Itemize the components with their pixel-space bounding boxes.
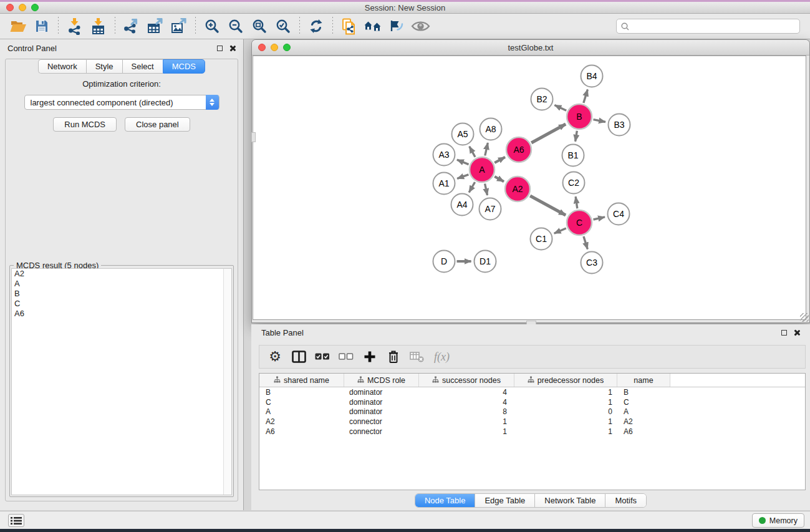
graph-node-A7[interactable]: A7	[480, 198, 501, 220]
open-session-button[interactable]	[6, 15, 30, 37]
table-cell[interactable]: A2	[617, 417, 670, 427]
mcds-result-item[interactable]: A6	[12, 309, 231, 319]
graph-node-C3[interactable]: C3	[581, 252, 603, 274]
delete-columns-button[interactable]	[383, 347, 404, 367]
graph-edge-B-B1[interactable]	[576, 131, 577, 142]
select-all-button[interactable]	[312, 347, 333, 367]
graph-edge-A-A1[interactable]	[457, 175, 468, 179]
table-cell[interactable]: 1	[419, 417, 514, 427]
table-cell[interactable]: B	[617, 387, 670, 397]
table-cell[interactable]: A6	[617, 427, 670, 437]
tab-style[interactable]: Style	[86, 59, 122, 74]
table-row[interactable]: A2connector11A2	[259, 417, 805, 427]
deselect-all-button[interactable]	[335, 347, 357, 367]
table-cell[interactable]: 8	[419, 407, 514, 417]
table-cell[interactable]: 1	[514, 417, 617, 427]
zoom-selected-button[interactable]	[271, 15, 295, 37]
graph-edge-A-A6[interactable]	[494, 157, 505, 163]
table-cell[interactable]: C	[617, 397, 670, 407]
graph-node-B3[interactable]: B3	[609, 114, 630, 136]
tab-mcds[interactable]: MCDS	[163, 59, 205, 74]
column-header-shared-name[interactable]: shared name	[259, 374, 344, 387]
export-network-button[interactable]	[120, 15, 143, 37]
graph-edge-A6-B[interactable]	[531, 124, 566, 143]
graph-node-B1[interactable]: B1	[562, 145, 584, 167]
table-cell[interactable]: connector	[344, 427, 419, 437]
graph-node-A6[interactable]: A6	[506, 137, 531, 162]
graph-edge-C-C4[interactable]	[594, 217, 605, 220]
result-scrollbar[interactable]	[223, 269, 231, 495]
table-cell[interactable]: 1	[514, 387, 617, 397]
graph-node-A4[interactable]: A4	[451, 194, 473, 216]
column-header-name[interactable]: name	[617, 374, 670, 387]
graph-edge-B-B4[interactable]	[584, 90, 588, 104]
task-history-button[interactable]	[8, 514, 24, 527]
column-header-predecessor-nodes[interactable]: predecessor nodes	[514, 374, 617, 387]
memory-button[interactable]: Memory	[752, 513, 804, 528]
graph-edge-C-C1[interactable]	[554, 228, 566, 233]
table-cell[interactable]: A6	[259, 427, 344, 437]
graph-node-C4[interactable]: C4	[608, 203, 630, 225]
table-cell[interactable]: dominator	[344, 397, 419, 407]
tab-network-table[interactable]: Network Table	[535, 494, 605, 507]
zoom-fit-button[interactable]	[248, 15, 271, 37]
resize-grip-icon[interactable]	[800, 313, 809, 322]
tab-network[interactable]: Network	[38, 59, 86, 74]
table-row[interactable]: Cdominator41C	[259, 397, 805, 407]
graph-edge-B-B3[interactable]	[594, 120, 606, 122]
table-cell[interactable]: B	[259, 387, 344, 397]
search-box[interactable]	[616, 19, 800, 34]
table-cell[interactable]: connector	[344, 417, 419, 427]
table-settings-button[interactable]: ⚙	[264, 347, 286, 367]
graph-node-A1[interactable]: A1	[433, 173, 455, 195]
table-cell[interactable]: A	[617, 407, 670, 417]
mcds-result-item[interactable]: C	[12, 299, 231, 309]
graph-edge-C-C3[interactable]	[584, 236, 587, 249]
close-panel-icon[interactable]	[229, 45, 236, 52]
table-cell[interactable]: 1	[514, 427, 617, 437]
network-canvas[interactable]: B4B2BB3A8A5A6B1A3AC2A1A2A4A7C4CC1DD1C3	[253, 56, 806, 320]
graph-edge-C-C2[interactable]	[576, 196, 577, 208]
mcds-result-item[interactable]: A	[12, 279, 231, 289]
table-row[interactable]: A6connector11A6	[259, 427, 805, 437]
table-cell[interactable]: 1	[514, 397, 617, 407]
table-cell[interactable]: dominator	[344, 387, 419, 397]
graph-node-D[interactable]: D	[433, 251, 455, 273]
graph-edge-A-A2[interactable]	[494, 177, 504, 181]
tab-select[interactable]: Select	[122, 59, 163, 74]
graph-node-C[interactable]: C	[567, 210, 592, 235]
graph-edge-A-A5[interactable]	[470, 147, 475, 157]
show-hide-button[interactable]	[408, 15, 432, 37]
table-cell[interactable]: A2	[259, 417, 344, 427]
graph-edge-B-B2[interactable]	[554, 105, 566, 111]
column-header-mcds-role[interactable]: MCDS role	[344, 374, 419, 387]
search-input[interactable]	[632, 22, 795, 31]
graph-node-A3[interactable]: A3	[433, 144, 455, 166]
export-table-button[interactable]	[143, 15, 167, 37]
tab-motifs[interactable]: Motifs	[605, 494, 646, 507]
table-cell[interactable]: dominator	[344, 407, 419, 417]
graph-node-B2[interactable]: B2	[531, 89, 553, 110]
column-header-successor-nodes[interactable]: successor nodes	[419, 374, 514, 387]
graph-node-B4[interactable]: B4	[581, 65, 603, 87]
graph-node-C1[interactable]: C1	[531, 228, 552, 250]
zoom-out-button[interactable]	[224, 15, 248, 37]
create-column-button[interactable]	[359, 347, 380, 367]
table-cell[interactable]: A	[259, 407, 344, 417]
mcds-result-item[interactable]: B	[12, 289, 231, 299]
table-cell[interactable]: 1	[419, 427, 514, 437]
birdseye-toggle-handle[interactable]	[251, 132, 256, 142]
tab-edge-table[interactable]: Edge Table	[475, 494, 535, 507]
float-panel-icon[interactable]	[217, 46, 223, 51]
network-from-clipboard-button[interactable]	[337, 15, 361, 37]
float-table-panel-icon[interactable]	[781, 330, 787, 336]
graph-node-B[interactable]: B	[567, 104, 592, 129]
graph-node-A2[interactable]: A2	[505, 177, 530, 201]
graph-node-C2[interactable]: C2	[563, 172, 585, 194]
mcds-result-item[interactable]: A2	[12, 269, 231, 279]
function-builder-button[interactable]: f(x)	[434, 351, 450, 364]
table-cell[interactable]: 0	[514, 407, 617, 417]
import-table-button[interactable]	[87, 15, 110, 37]
table-cell[interactable]: 4	[419, 397, 514, 407]
network-window-titlebar[interactable]: testGlobe.txt	[252, 40, 809, 56]
